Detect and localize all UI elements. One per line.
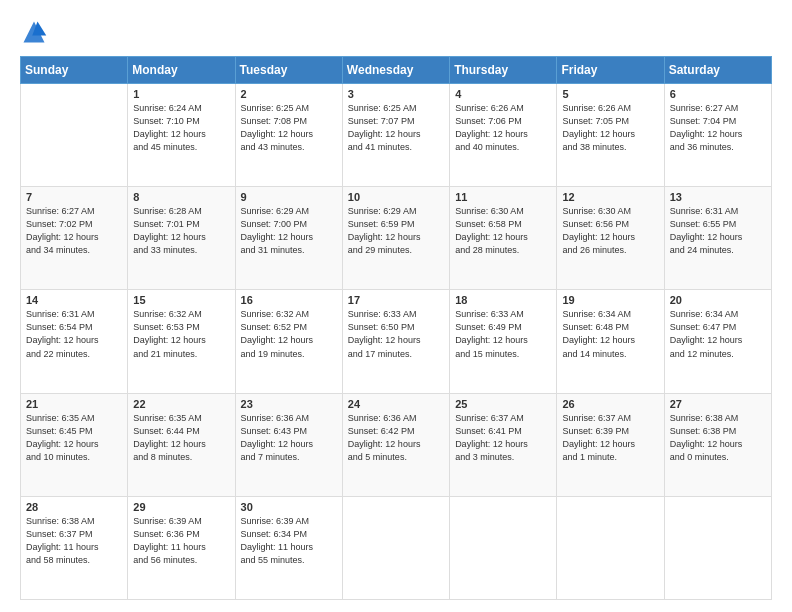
cell-details: Sunrise: 6:25 AMSunset: 7:08 PMDaylight:… xyxy=(241,102,337,154)
cell-details: Sunrise: 6:30 AMSunset: 6:58 PMDaylight:… xyxy=(455,205,551,257)
cell-details: Sunrise: 6:34 AMSunset: 6:48 PMDaylight:… xyxy=(562,308,658,360)
day-number: 1 xyxy=(133,88,229,100)
day-number: 2 xyxy=(241,88,337,100)
calendar-cell: 2Sunrise: 6:25 AMSunset: 7:08 PMDaylight… xyxy=(235,84,342,187)
day-number: 8 xyxy=(133,191,229,203)
calendar-cell: 1Sunrise: 6:24 AMSunset: 7:10 PMDaylight… xyxy=(128,84,235,187)
cell-details: Sunrise: 6:35 AMSunset: 6:44 PMDaylight:… xyxy=(133,412,229,464)
cell-details: Sunrise: 6:34 AMSunset: 6:47 PMDaylight:… xyxy=(670,308,766,360)
calendar-cell: 18Sunrise: 6:33 AMSunset: 6:49 PMDayligh… xyxy=(450,290,557,393)
day-number: 12 xyxy=(562,191,658,203)
day-number: 29 xyxy=(133,501,229,513)
calendar-cell: 10Sunrise: 6:29 AMSunset: 6:59 PMDayligh… xyxy=(342,187,449,290)
weekday-header-wednesday: Wednesday xyxy=(342,57,449,84)
calendar-cell: 13Sunrise: 6:31 AMSunset: 6:55 PMDayligh… xyxy=(664,187,771,290)
day-number: 28 xyxy=(26,501,122,513)
calendar-cell: 20Sunrise: 6:34 AMSunset: 6:47 PMDayligh… xyxy=(664,290,771,393)
cell-details: Sunrise: 6:24 AMSunset: 7:10 PMDaylight:… xyxy=(133,102,229,154)
calendar-cell: 25Sunrise: 6:37 AMSunset: 6:41 PMDayligh… xyxy=(450,393,557,496)
day-number: 9 xyxy=(241,191,337,203)
day-number: 7 xyxy=(26,191,122,203)
calendar-row-1: 7Sunrise: 6:27 AMSunset: 7:02 PMDaylight… xyxy=(21,187,772,290)
cell-details: Sunrise: 6:26 AMSunset: 7:06 PMDaylight:… xyxy=(455,102,551,154)
cell-details: Sunrise: 6:25 AMSunset: 7:07 PMDaylight:… xyxy=(348,102,444,154)
logo xyxy=(20,18,52,46)
calendar-cell xyxy=(21,84,128,187)
calendar-cell xyxy=(450,496,557,599)
calendar-row-4: 28Sunrise: 6:38 AMSunset: 6:37 PMDayligh… xyxy=(21,496,772,599)
day-number: 13 xyxy=(670,191,766,203)
cell-details: Sunrise: 6:27 AMSunset: 7:04 PMDaylight:… xyxy=(670,102,766,154)
calendar-cell: 21Sunrise: 6:35 AMSunset: 6:45 PMDayligh… xyxy=(21,393,128,496)
cell-details: Sunrise: 6:31 AMSunset: 6:55 PMDaylight:… xyxy=(670,205,766,257)
cell-details: Sunrise: 6:32 AMSunset: 6:53 PMDaylight:… xyxy=(133,308,229,360)
day-number: 14 xyxy=(26,294,122,306)
calendar-cell xyxy=(557,496,664,599)
weekday-header-sunday: Sunday xyxy=(21,57,128,84)
calendar-cell: 28Sunrise: 6:38 AMSunset: 6:37 PMDayligh… xyxy=(21,496,128,599)
weekday-header-monday: Monday xyxy=(128,57,235,84)
cell-details: Sunrise: 6:28 AMSunset: 7:01 PMDaylight:… xyxy=(133,205,229,257)
day-number: 27 xyxy=(670,398,766,410)
calendar-table: SundayMondayTuesdayWednesdayThursdayFrid… xyxy=(20,56,772,600)
day-number: 6 xyxy=(670,88,766,100)
day-number: 25 xyxy=(455,398,551,410)
calendar-cell: 17Sunrise: 6:33 AMSunset: 6:50 PMDayligh… xyxy=(342,290,449,393)
cell-details: Sunrise: 6:38 AMSunset: 6:37 PMDaylight:… xyxy=(26,515,122,567)
cell-details: Sunrise: 6:27 AMSunset: 7:02 PMDaylight:… xyxy=(26,205,122,257)
calendar-cell: 9Sunrise: 6:29 AMSunset: 7:00 PMDaylight… xyxy=(235,187,342,290)
calendar-row-0: 1Sunrise: 6:24 AMSunset: 7:10 PMDaylight… xyxy=(21,84,772,187)
day-number: 10 xyxy=(348,191,444,203)
day-number: 16 xyxy=(241,294,337,306)
calendar-cell: 7Sunrise: 6:27 AMSunset: 7:02 PMDaylight… xyxy=(21,187,128,290)
calendar-cell: 30Sunrise: 6:39 AMSunset: 6:34 PMDayligh… xyxy=(235,496,342,599)
calendar-cell: 22Sunrise: 6:35 AMSunset: 6:44 PMDayligh… xyxy=(128,393,235,496)
cell-details: Sunrise: 6:37 AMSunset: 6:39 PMDaylight:… xyxy=(562,412,658,464)
day-number: 26 xyxy=(562,398,658,410)
weekday-header-saturday: Saturday xyxy=(664,57,771,84)
cell-details: Sunrise: 6:32 AMSunset: 6:52 PMDaylight:… xyxy=(241,308,337,360)
cell-details: Sunrise: 6:38 AMSunset: 6:38 PMDaylight:… xyxy=(670,412,766,464)
header xyxy=(20,18,772,46)
calendar-cell xyxy=(664,496,771,599)
calendar-cell xyxy=(342,496,449,599)
calendar-cell: 26Sunrise: 6:37 AMSunset: 6:39 PMDayligh… xyxy=(557,393,664,496)
calendar-row-2: 14Sunrise: 6:31 AMSunset: 6:54 PMDayligh… xyxy=(21,290,772,393)
weekday-header-thursday: Thursday xyxy=(450,57,557,84)
cell-details: Sunrise: 6:36 AMSunset: 6:42 PMDaylight:… xyxy=(348,412,444,464)
calendar-cell: 6Sunrise: 6:27 AMSunset: 7:04 PMDaylight… xyxy=(664,84,771,187)
calendar-cell: 15Sunrise: 6:32 AMSunset: 6:53 PMDayligh… xyxy=(128,290,235,393)
calendar-page: SundayMondayTuesdayWednesdayThursdayFrid… xyxy=(0,0,792,612)
day-number: 20 xyxy=(670,294,766,306)
calendar-cell: 4Sunrise: 6:26 AMSunset: 7:06 PMDaylight… xyxy=(450,84,557,187)
day-number: 15 xyxy=(133,294,229,306)
calendar-cell: 11Sunrise: 6:30 AMSunset: 6:58 PMDayligh… xyxy=(450,187,557,290)
day-number: 17 xyxy=(348,294,444,306)
cell-details: Sunrise: 6:35 AMSunset: 6:45 PMDaylight:… xyxy=(26,412,122,464)
cell-details: Sunrise: 6:26 AMSunset: 7:05 PMDaylight:… xyxy=(562,102,658,154)
calendar-cell: 8Sunrise: 6:28 AMSunset: 7:01 PMDaylight… xyxy=(128,187,235,290)
day-number: 5 xyxy=(562,88,658,100)
day-number: 18 xyxy=(455,294,551,306)
cell-details: Sunrise: 6:31 AMSunset: 6:54 PMDaylight:… xyxy=(26,308,122,360)
day-number: 4 xyxy=(455,88,551,100)
calendar-cell: 23Sunrise: 6:36 AMSunset: 6:43 PMDayligh… xyxy=(235,393,342,496)
day-number: 3 xyxy=(348,88,444,100)
day-number: 24 xyxy=(348,398,444,410)
weekday-header-friday: Friday xyxy=(557,57,664,84)
calendar-cell: 19Sunrise: 6:34 AMSunset: 6:48 PMDayligh… xyxy=(557,290,664,393)
cell-details: Sunrise: 6:29 AMSunset: 6:59 PMDaylight:… xyxy=(348,205,444,257)
calendar-cell: 16Sunrise: 6:32 AMSunset: 6:52 PMDayligh… xyxy=(235,290,342,393)
cell-details: Sunrise: 6:30 AMSunset: 6:56 PMDaylight:… xyxy=(562,205,658,257)
day-number: 30 xyxy=(241,501,337,513)
calendar-cell: 12Sunrise: 6:30 AMSunset: 6:56 PMDayligh… xyxy=(557,187,664,290)
calendar-cell: 27Sunrise: 6:38 AMSunset: 6:38 PMDayligh… xyxy=(664,393,771,496)
calendar-cell: 5Sunrise: 6:26 AMSunset: 7:05 PMDaylight… xyxy=(557,84,664,187)
day-number: 19 xyxy=(562,294,658,306)
cell-details: Sunrise: 6:33 AMSunset: 6:50 PMDaylight:… xyxy=(348,308,444,360)
weekday-header-tuesday: Tuesday xyxy=(235,57,342,84)
cell-details: Sunrise: 6:39 AMSunset: 6:36 PMDaylight:… xyxy=(133,515,229,567)
calendar-cell: 3Sunrise: 6:25 AMSunset: 7:07 PMDaylight… xyxy=(342,84,449,187)
cell-details: Sunrise: 6:39 AMSunset: 6:34 PMDaylight:… xyxy=(241,515,337,567)
cell-details: Sunrise: 6:36 AMSunset: 6:43 PMDaylight:… xyxy=(241,412,337,464)
